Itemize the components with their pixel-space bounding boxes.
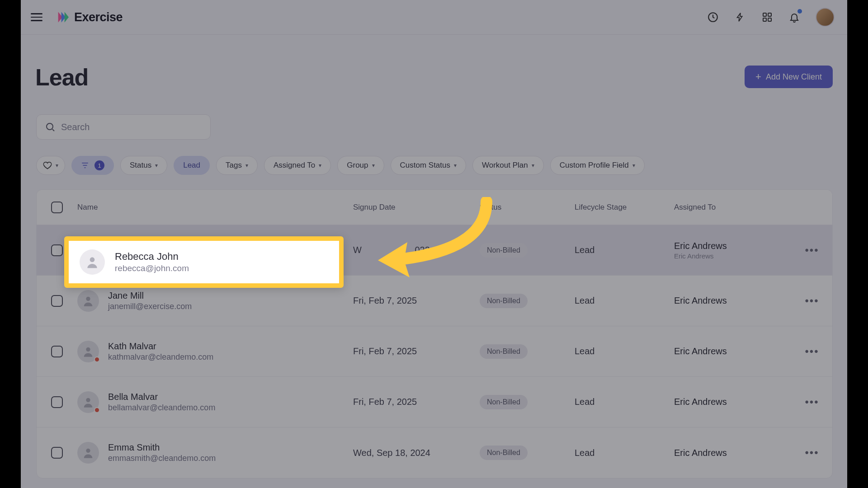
client-name: Bella Malvar bbox=[108, 392, 215, 402]
lifecycle-stage: Lead bbox=[575, 245, 674, 255]
highlight-email: rebecca@john.com bbox=[115, 263, 189, 273]
name-cell[interactable]: Jane Mill janemill@exercise.com bbox=[77, 290, 353, 312]
svg-rect-1 bbox=[763, 13, 766, 16]
bell-icon[interactable] bbox=[788, 11, 800, 23]
svg-rect-2 bbox=[768, 13, 771, 16]
tags-filter-label: Tags bbox=[226, 161, 242, 170]
assigned-to-cell: Eric Andrews bbox=[674, 397, 792, 407]
chevron-down-icon: ▾ bbox=[632, 162, 635, 169]
lifecycle-stage: Lead bbox=[575, 346, 674, 357]
row-checkbox[interactable] bbox=[51, 447, 63, 459]
col-signup-date[interactable]: Signup Date bbox=[353, 203, 480, 212]
table-header: Name Signup Date Status Lifecycle Stage … bbox=[37, 190, 832, 225]
custom-status-filter-label: Custom Status bbox=[400, 161, 451, 170]
search-box[interactable] bbox=[36, 114, 211, 140]
workout-plan-filter[interactable]: Workout Plan ▾ bbox=[472, 156, 544, 175]
status-badge: Non-Billed bbox=[480, 446, 528, 460]
tutorial-highlight[interactable]: Rebecca John rebecca@john.com bbox=[64, 236, 344, 288]
more-icon[interactable]: ••• bbox=[805, 396, 819, 408]
chevron-down-icon: ▾ bbox=[454, 162, 457, 169]
filter-toggle[interactable]: 1 bbox=[71, 156, 114, 175]
header-right bbox=[707, 8, 837, 27]
lifecycle-stage: Lead bbox=[575, 448, 674, 458]
select-all-checkbox[interactable] bbox=[51, 202, 63, 213]
avatar-icon bbox=[77, 341, 99, 362]
col-lifecycle-stage[interactable]: Lifecycle Stage bbox=[575, 203, 674, 212]
highlight-name: Rebecca John bbox=[115, 251, 189, 263]
svg-point-5 bbox=[47, 123, 53, 130]
more-icon[interactable]: ••• bbox=[805, 446, 819, 459]
avatar-icon bbox=[77, 442, 99, 464]
row-checkbox[interactable] bbox=[51, 346, 63, 357]
workout-plan-filter-label: Workout Plan bbox=[482, 161, 528, 170]
user-avatar[interactable] bbox=[816, 8, 835, 27]
table-row[interactable]: Emma Smith emmasmith@cleandemo.com Wed, … bbox=[37, 427, 832, 478]
app-window: Exercise bbox=[21, 0, 847, 488]
col-name[interactable]: Name bbox=[77, 203, 353, 212]
assigned-name: Eric Andrews bbox=[674, 448, 792, 458]
add-new-client-button[interactable]: + Add New Client bbox=[745, 66, 833, 88]
assigned-name: Eric Andrews bbox=[674, 397, 792, 407]
custom-status-filter[interactable]: Custom Status ▾ bbox=[391, 156, 467, 175]
table-row[interactable]: Kath Malvar kathmalvar@cleandemo.com Fri… bbox=[37, 326, 832, 377]
chevron-down-icon: ▾ bbox=[532, 162, 534, 169]
svg-point-9 bbox=[86, 398, 90, 402]
brand[interactable]: Exercise bbox=[56, 10, 123, 24]
notification-dot bbox=[797, 9, 802, 14]
col-status[interactable]: Status bbox=[480, 203, 575, 212]
name-cell[interactable]: Kath Malvar kathmalvar@cleandemo.com bbox=[77, 341, 353, 362]
menu-icon[interactable] bbox=[31, 11, 43, 23]
status-badge: Non-Billed bbox=[480, 243, 528, 258]
brand-logo-icon bbox=[56, 11, 69, 23]
bolt-icon[interactable] bbox=[734, 11, 746, 23]
status-dot-icon bbox=[94, 407, 100, 413]
svg-rect-3 bbox=[763, 18, 766, 21]
row-checkbox[interactable] bbox=[51, 295, 63, 307]
name-cell[interactable]: Emma Smith emmasmith@cleandemo.com bbox=[77, 442, 353, 464]
more-icon[interactable]: ••• bbox=[805, 345, 819, 358]
client-name: Jane Mill bbox=[108, 291, 192, 301]
app-header: Exercise bbox=[21, 0, 847, 35]
row-checkbox[interactable] bbox=[51, 396, 63, 408]
filter-bar: ▾ 1 Status ▾ Lead Tags ▾ Assigned To ▾ bbox=[36, 156, 833, 175]
assigned-to-filter-label: Assigned To bbox=[274, 161, 315, 170]
clock-icon[interactable] bbox=[707, 11, 719, 23]
search-input[interactable] bbox=[61, 122, 202, 132]
lifecycle-stage: Lead bbox=[575, 296, 674, 306]
more-icon[interactable]: ••• bbox=[805, 295, 819, 307]
status-filter[interactable]: Status ▾ bbox=[120, 156, 167, 175]
chevron-down-icon: ▾ bbox=[155, 162, 158, 169]
signup-date: Fri, Feb 7, 2025 bbox=[353, 346, 480, 357]
lifecycle-stage: Lead bbox=[575, 397, 674, 407]
filter-count-badge: 1 bbox=[94, 160, 104, 170]
status-badge: Non-Billed bbox=[480, 344, 528, 359]
table-row[interactable]: Bella Malvar bellamalvar@cleandemo.com F… bbox=[37, 377, 832, 427]
filter-icon bbox=[81, 161, 89, 169]
page-title: Lead bbox=[35, 64, 88, 91]
col-assigned-to[interactable]: Assigned To bbox=[674, 203, 792, 212]
assigned-name: Eric Andrews bbox=[674, 296, 792, 306]
tags-filter[interactable]: Tags ▾ bbox=[216, 156, 258, 175]
add-button-label: Add New Client bbox=[766, 72, 822, 82]
svg-rect-4 bbox=[768, 18, 771, 21]
chevron-down-icon: ▾ bbox=[372, 162, 375, 169]
group-filter[interactable]: Group ▾ bbox=[337, 156, 384, 175]
favorites-filter[interactable]: ▾ bbox=[36, 156, 65, 175]
status-badge: Non-Billed bbox=[480, 395, 528, 409]
assigned-to-filter[interactable]: Assigned To ▾ bbox=[264, 156, 331, 175]
custom-profile-field-filter-label: Custom Profile Field bbox=[560, 161, 629, 170]
svg-point-11 bbox=[90, 257, 95, 262]
apps-icon[interactable] bbox=[761, 11, 773, 23]
name-cell[interactable]: Bella Malvar bellamalvar@cleandemo.com bbox=[77, 391, 353, 413]
client-email: kathmalvar@cleandemo.com bbox=[108, 352, 213, 362]
client-email: emmasmith@cleandemo.com bbox=[108, 454, 216, 463]
lead-filter-chip[interactable]: Lead bbox=[174, 156, 210, 175]
status-filter-label: Status bbox=[130, 161, 151, 170]
signup-date: Wed, Sep 18, 2024 bbox=[353, 448, 480, 458]
more-icon[interactable]: ••• bbox=[805, 244, 819, 257]
brand-name: Exercise bbox=[74, 10, 123, 24]
header-left: Exercise bbox=[31, 10, 123, 24]
svg-point-7 bbox=[86, 296, 90, 300]
row-checkbox[interactable] bbox=[51, 244, 63, 256]
custom-profile-field-filter[interactable]: Custom Profile Field ▾ bbox=[550, 156, 645, 175]
